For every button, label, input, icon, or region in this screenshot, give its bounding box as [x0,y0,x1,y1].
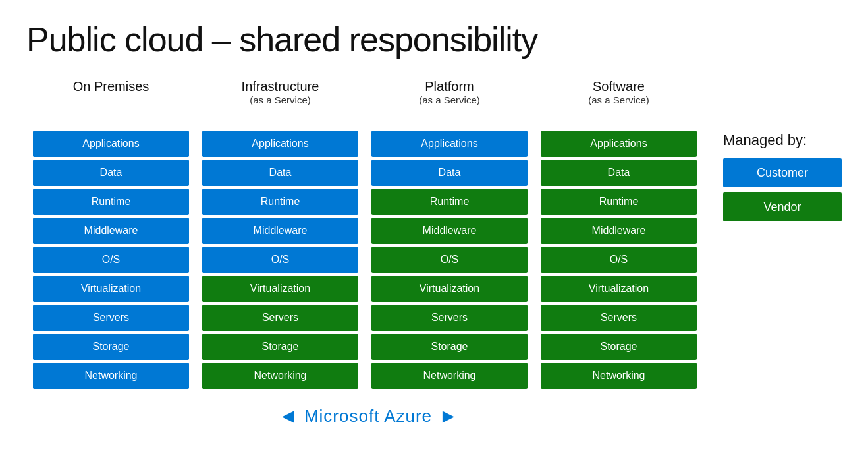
managed-by-label: Managed by: [723,132,807,149]
column-header-on-premises: On Premises [73,79,149,119]
tile-on-premises-7: Storage [33,334,189,360]
tile-paas-6: Servers [371,305,528,331]
tile-on-premises-8: Networking [33,363,189,389]
tile-on-premises-4: O/S [33,247,189,273]
tile-saas-6: Servers [541,305,697,331]
azure-left-arrow: ◄ [278,405,298,427]
stack-saas: ApplicationsDataRuntimeMiddlewareO/SVirt… [541,131,697,389]
tile-saas-7: Storage [541,334,697,360]
tile-on-premises-5: Virtualization [33,276,189,302]
tile-paas-4: O/S [371,247,528,273]
tile-iaas-7: Storage [202,334,358,360]
tile-on-premises-1: Data [33,160,189,186]
azure-bar: ◄ Microsoft Azure ► [271,405,458,427]
azure-row: ◄ Microsoft Azure ► [26,395,703,427]
tile-iaas-1: Data [202,160,358,186]
tile-saas-2: Runtime [541,189,697,215]
column-saas: Software(as a Service)ApplicationsDataRu… [534,79,703,389]
tile-on-premises-3: Middleware [33,218,189,244]
tile-on-premises-0: Applications [33,131,189,157]
tile-paas-1: Data [371,160,528,186]
columns-area: On PremisesApplicationsDataRuntimeMiddle… [26,79,703,389]
main-content: On PremisesApplicationsDataRuntimeMiddle… [26,79,842,427]
tile-paas-8: Networking [371,363,528,389]
column-subtitle-iaas: (as a Service) [242,94,319,105]
column-title-paas: Platform [419,79,480,94]
column-paas: Platform(as a Service)ApplicationsDataRu… [365,79,534,389]
stack-iaas: ApplicationsDataRuntimeMiddlewareO/SVirt… [202,131,358,389]
tile-saas-3: Middleware [541,218,697,244]
tile-saas-0: Applications [541,131,697,157]
page-title: Public cloud – shared responsibility [26,20,842,59]
customer-legend-tile: Customer [723,158,842,187]
tile-paas-7: Storage [371,334,528,360]
tile-iaas-4: O/S [202,247,358,273]
column-header-paas: Platform(as a Service) [419,79,480,119]
column-title-on-premises: On Premises [73,79,149,94]
tile-iaas-6: Servers [202,305,358,331]
tile-iaas-2: Runtime [202,189,358,215]
tile-iaas-8: Networking [202,363,358,389]
tile-paas-0: Applications [371,131,528,157]
column-iaas: Infrastructure(as a Service)Applications… [196,79,365,389]
column-header-iaas: Infrastructure(as a Service) [242,79,319,119]
column-on-premises: On PremisesApplicationsDataRuntimeMiddle… [26,79,196,389]
vendor-legend-tile: Vendor [723,192,842,221]
tile-paas-5: Virtualization [371,276,528,302]
stack-paas: ApplicationsDataRuntimeMiddlewareO/SVirt… [371,131,528,389]
legend-area: Managed by: Customer Vendor [703,79,842,227]
tile-saas-1: Data [541,160,697,186]
azure-right-arrow: ► [439,405,458,427]
tile-saas-4: O/S [541,247,697,273]
stack-on-premises: ApplicationsDataRuntimeMiddlewareO/SVirt… [33,131,189,389]
tile-paas-2: Runtime [371,189,528,215]
tile-iaas-3: Middleware [202,218,358,244]
column-title-iaas: Infrastructure [242,79,319,94]
tile-on-premises-6: Servers [33,305,189,331]
column-subtitle-paas: (as a Service) [419,94,480,105]
tile-saas-5: Virtualization [541,276,697,302]
azure-text: Microsoft Azure [304,406,432,426]
tile-paas-3: Middleware [371,218,528,244]
column-subtitle-saas: (as a Service) [588,94,649,105]
column-title-saas: Software [588,79,649,94]
tile-on-premises-2: Runtime [33,189,189,215]
tile-iaas-0: Applications [202,131,358,157]
tile-saas-8: Networking [541,363,697,389]
column-header-saas: Software(as a Service) [588,79,649,119]
tile-iaas-5: Virtualization [202,276,358,302]
columns-with-azure: On PremisesApplicationsDataRuntimeMiddle… [26,79,703,427]
